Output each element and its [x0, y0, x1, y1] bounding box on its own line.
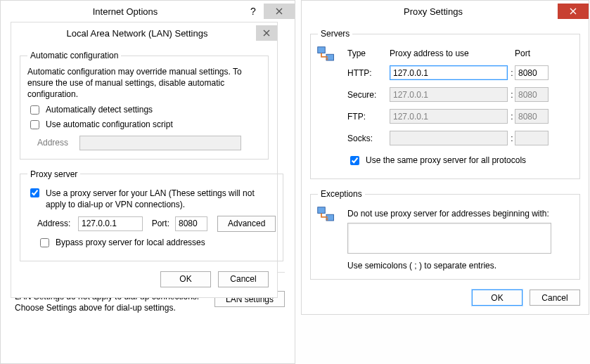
advanced-button[interactable]: Advanced	[217, 216, 276, 232]
lan-titlebar: Local Area Network (LAN) Settings	[11, 22, 277, 44]
colon-separator: :	[509, 134, 515, 143]
address-header: Proxy address to use	[390, 48, 509, 58]
auto-detect-row[interactable]: Automatically detect settings	[27, 105, 261, 117]
close-icon[interactable]	[256, 25, 277, 41]
same-proxy-label: Use the same proxy server for all protoc…	[366, 155, 526, 165]
auto-config-group: Automatic configuration Automatic config…	[20, 51, 269, 160]
proxy-title: Proxy Settings	[309, 6, 558, 17]
svg-rect-2	[318, 207, 326, 214]
proxy-port-label: Port:	[148, 219, 169, 228]
ok-button[interactable]: OK	[160, 271, 211, 287]
servers-group: Servers Type Proxy address to use Port H…	[310, 29, 580, 179]
internet-options-title: Internet Options	[8, 6, 243, 17]
use-proxy-row[interactable]: Use a proxy server for your LAN (These s…	[27, 188, 276, 210]
port-header: Port	[515, 48, 550, 58]
close-icon[interactable]	[558, 4, 589, 19]
http-port-input[interactable]	[515, 65, 549, 80]
proxy-settings-window: Proxy Settings Servers Type Proxy addres…	[301, 0, 589, 315]
http-address-input[interactable]	[390, 65, 508, 80]
http-label: HTTP:	[347, 68, 390, 78]
socks-label: Socks:	[347, 134, 390, 143]
cancel-button[interactable]: Cancel	[530, 290, 580, 306]
colon-separator: :	[509, 112, 515, 122]
secure-port-input	[515, 87, 549, 102]
auto-config-text: Automatic configuration may override man…	[27, 66, 261, 100]
ok-button[interactable]: OK	[472, 290, 522, 306]
internet-options-titlebar: Internet Options ?	[1, 1, 295, 22]
script-address-label: Address	[37, 138, 75, 148]
type-header: Type	[347, 48, 390, 58]
script-address-input	[79, 136, 241, 150]
auto-detect-label: Automatically detect settings	[46, 105, 153, 115]
exceptions-group: Exceptions Do not use proxy server for a…	[310, 189, 580, 280]
socks-address-input	[390, 131, 508, 145]
use-proxy-checkbox[interactable]	[30, 188, 39, 197]
svg-rect-0	[318, 47, 326, 53]
close-icon[interactable]	[264, 4, 295, 19]
auto-config-legend: Automatic configuration	[27, 51, 121, 60]
proxy-titlebar: Proxy Settings	[302, 1, 589, 22]
exceptions-textarea[interactable]	[347, 223, 551, 254]
exceptions-legend: Exceptions	[318, 189, 365, 199]
exceptions-text: Do not use proxy server for addresses be…	[347, 209, 572, 219]
servers-legend: Servers	[318, 29, 352, 39]
lan-settings-dialog: Local Area Network (LAN) Settings Automa…	[11, 22, 278, 298]
bypass-local-label: Bypass proxy server for local addresses	[56, 238, 205, 247]
network-icon	[316, 206, 336, 226]
proxy-legend: Proxy server	[27, 169, 80, 179]
use-script-row[interactable]: Use automatic configuration script	[27, 119, 261, 131]
exceptions-hint: Use semicolons ( ; ) to separate entries…	[347, 261, 572, 271]
proxy-port-input[interactable]	[175, 216, 207, 231]
internet-options-window: Internet Options ? Local Area Network (L…	[0, 0, 295, 364]
socks-port-input	[515, 131, 549, 145]
secure-address-input	[390, 87, 508, 102]
lan-title: Local Area Network (LAN) Settings	[18, 28, 256, 39]
proxy-address-label: Address:	[37, 219, 72, 228]
use-script-label: Use automatic configuration script	[46, 119, 173, 129]
ftp-port-input	[515, 109, 549, 124]
proxy-address-input[interactable]	[78, 216, 143, 231]
bypass-local-checkbox[interactable]	[40, 238, 49, 247]
use-proxy-label: Use a proxy server for your LAN (These s…	[46, 188, 276, 210]
colon-separator: :	[509, 90, 515, 100]
cancel-button[interactable]: Cancel	[218, 271, 269, 287]
proxy-group: Proxy server Use a proxy server for your…	[20, 169, 283, 261]
ftp-label: FTP:	[347, 112, 390, 122]
help-icon[interactable]: ?	[243, 6, 264, 17]
use-script-checkbox[interactable]	[30, 120, 39, 129]
colon-separator: :	[509, 68, 515, 78]
secure-label: Secure:	[347, 90, 390, 100]
network-icon	[316, 46, 336, 65]
same-proxy-row[interactable]: Use the same proxy server for all protoc…	[347, 155, 572, 167]
ftp-address-input	[390, 109, 508, 124]
auto-detect-checkbox[interactable]	[30, 105, 39, 115]
same-proxy-checkbox[interactable]	[350, 156, 359, 165]
bypass-local-row[interactable]: Bypass proxy server for local addresses	[37, 238, 276, 249]
